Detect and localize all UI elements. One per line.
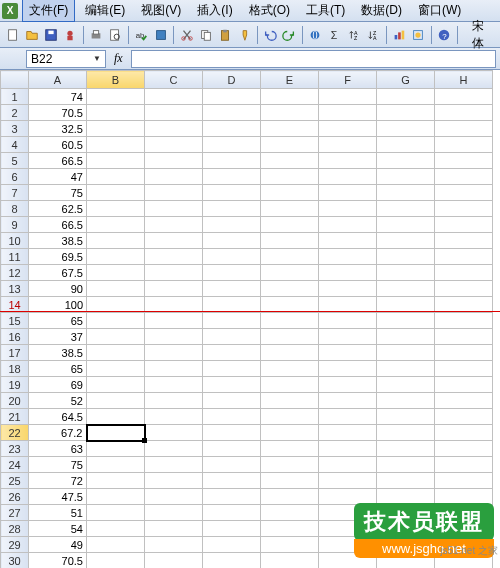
cell-B20[interactable]	[87, 393, 145, 409]
cell-B24[interactable]	[87, 457, 145, 473]
cell-C21[interactable]	[145, 409, 203, 425]
cell-F25[interactable]	[319, 473, 377, 489]
cell-C11[interactable]	[145, 249, 203, 265]
cell-F11[interactable]	[319, 249, 377, 265]
cell-A10[interactable]: 38.5	[29, 233, 87, 249]
cell-A29[interactable]: 49	[29, 537, 87, 553]
cell-C24[interactable]	[145, 457, 203, 473]
cell-D9[interactable]	[203, 217, 261, 233]
cell-C30[interactable]	[145, 553, 203, 569]
cell-B1[interactable]	[87, 89, 145, 105]
cell-G25[interactable]	[377, 473, 435, 489]
row-header-9[interactable]: 9	[1, 217, 29, 233]
cell-B6[interactable]	[87, 169, 145, 185]
cell-A25[interactable]: 72	[29, 473, 87, 489]
cell-B18[interactable]	[87, 361, 145, 377]
cell-H22[interactable]	[435, 425, 493, 441]
column-header-C[interactable]: C	[145, 71, 203, 89]
cell-E25[interactable]	[261, 473, 319, 489]
open-icon[interactable]	[23, 25, 40, 45]
cell-A8[interactable]: 62.5	[29, 201, 87, 217]
cell-B2[interactable]	[87, 105, 145, 121]
cell-G17[interactable]	[377, 345, 435, 361]
cell-C13[interactable]	[145, 281, 203, 297]
cell-F4[interactable]	[319, 137, 377, 153]
cell-H23[interactable]	[435, 441, 493, 457]
cell-D26[interactable]	[203, 489, 261, 505]
cell-C28[interactable]	[145, 521, 203, 537]
cell-G13[interactable]	[377, 281, 435, 297]
grid[interactable]: ABCDEFGH174270.5332.5460.5566.5647775862…	[0, 70, 493, 568]
cell-E15[interactable]	[261, 313, 319, 329]
dropdown-icon[interactable]: ▼	[93, 54, 101, 63]
cell-G18[interactable]	[377, 361, 435, 377]
row-header-23[interactable]: 23	[1, 441, 29, 457]
cell-B3[interactable]	[87, 121, 145, 137]
cell-A28[interactable]: 54	[29, 521, 87, 537]
cell-A22[interactable]: 67.2	[29, 425, 87, 441]
cell-A3[interactable]: 32.5	[29, 121, 87, 137]
cell-A11[interactable]: 69.5	[29, 249, 87, 265]
cell-F2[interactable]	[319, 105, 377, 121]
cell-C12[interactable]	[145, 265, 203, 281]
cell-H10[interactable]	[435, 233, 493, 249]
cell-A5[interactable]: 66.5	[29, 153, 87, 169]
cell-E4[interactable]	[261, 137, 319, 153]
cell-A2[interactable]: 70.5	[29, 105, 87, 121]
cell-E23[interactable]	[261, 441, 319, 457]
cell-G19[interactable]	[377, 377, 435, 393]
cell-F21[interactable]	[319, 409, 377, 425]
cell-H12[interactable]	[435, 265, 493, 281]
cell-G4[interactable]	[377, 137, 435, 153]
cell-D13[interactable]	[203, 281, 261, 297]
cell-E6[interactable]	[261, 169, 319, 185]
cell-A26[interactable]: 47.5	[29, 489, 87, 505]
cell-C1[interactable]	[145, 89, 203, 105]
cell-A27[interactable]: 51	[29, 505, 87, 521]
cell-C4[interactable]	[145, 137, 203, 153]
cell-F19[interactable]	[319, 377, 377, 393]
menu-data[interactable]: 数据(D)	[353, 0, 410, 21]
sort-desc-icon[interactable]: ZA	[364, 25, 381, 45]
row-header-21[interactable]: 21	[1, 409, 29, 425]
paste-icon[interactable]	[216, 25, 233, 45]
column-header-E[interactable]: E	[261, 71, 319, 89]
cell-D25[interactable]	[203, 473, 261, 489]
cell-H25[interactable]	[435, 473, 493, 489]
cell-G10[interactable]	[377, 233, 435, 249]
chart-icon[interactable]	[390, 25, 407, 45]
cell-B10[interactable]	[87, 233, 145, 249]
cell-E28[interactable]	[261, 521, 319, 537]
cell-G24[interactable]	[377, 457, 435, 473]
cell-F9[interactable]	[319, 217, 377, 233]
cell-C9[interactable]	[145, 217, 203, 233]
cell-G22[interactable]	[377, 425, 435, 441]
cell-C2[interactable]	[145, 105, 203, 121]
row-header-27[interactable]: 27	[1, 505, 29, 521]
cell-G7[interactable]	[377, 185, 435, 201]
cell-E10[interactable]	[261, 233, 319, 249]
cell-E20[interactable]	[261, 393, 319, 409]
cell-A7[interactable]: 75	[29, 185, 87, 201]
cell-H1[interactable]	[435, 89, 493, 105]
row-header-3[interactable]: 3	[1, 121, 29, 137]
new-icon[interactable]	[4, 25, 21, 45]
cell-A24[interactable]: 75	[29, 457, 87, 473]
cell-A13[interactable]: 90	[29, 281, 87, 297]
cell-G21[interactable]	[377, 409, 435, 425]
row-header-26[interactable]: 26	[1, 489, 29, 505]
cell-A19[interactable]: 69	[29, 377, 87, 393]
cell-D1[interactable]	[203, 89, 261, 105]
cell-C26[interactable]	[145, 489, 203, 505]
cell-A30[interactable]: 70.5	[29, 553, 87, 569]
cell-F5[interactable]	[319, 153, 377, 169]
row-header-10[interactable]: 10	[1, 233, 29, 249]
cell-D7[interactable]	[203, 185, 261, 201]
cell-F18[interactable]	[319, 361, 377, 377]
cell-E30[interactable]	[261, 553, 319, 569]
cell-D22[interactable]	[203, 425, 261, 441]
help-icon[interactable]: ?	[436, 25, 453, 45]
cell-B12[interactable]	[87, 265, 145, 281]
cell-E9[interactable]	[261, 217, 319, 233]
cell-B4[interactable]	[87, 137, 145, 153]
